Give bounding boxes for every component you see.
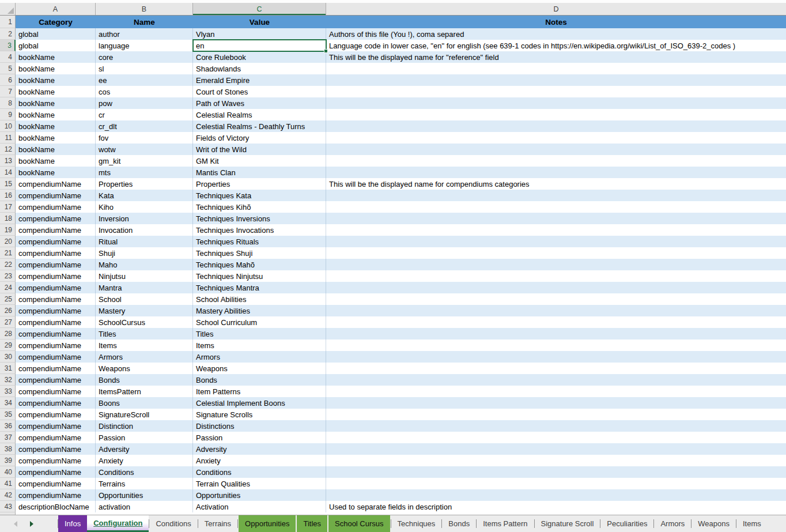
cell[interactable]: sl bbox=[96, 63, 193, 74]
cell[interactable]: Kata bbox=[96, 190, 193, 201]
cell[interactable] bbox=[326, 466, 786, 478]
cell[interactable]: Adversity bbox=[96, 443, 193, 455]
row-header[interactable]: 10 bbox=[0, 120, 16, 132]
row-header[interactable]: 33 bbox=[0, 386, 16, 397]
sheet-tab-signature-scroll[interactable]: Signature Scroll bbox=[535, 515, 600, 532]
sheet-tab-infos[interactable]: Infos bbox=[58, 515, 87, 532]
cell[interactable] bbox=[326, 167, 786, 178]
row-header[interactable]: 37 bbox=[0, 432, 16, 443]
cell[interactable]: Core Rulebook bbox=[193, 51, 326, 63]
cell[interactable]: Mantis Clan bbox=[193, 167, 326, 178]
row-header[interactable]: 23 bbox=[0, 270, 16, 282]
table-column-title[interactable]: Notes bbox=[326, 16, 786, 28]
cell[interactable]: bookName bbox=[16, 144, 96, 155]
cell[interactable]: Techniques Kihõ bbox=[193, 201, 326, 213]
row-header[interactable]: 38 bbox=[0, 443, 16, 455]
cell[interactable]: ItemsPattern bbox=[96, 386, 193, 397]
row-header[interactable]: 20 bbox=[0, 236, 16, 247]
cell[interactable]: This will be the displayed name for comp… bbox=[326, 178, 786, 190]
row-header[interactable]: 8 bbox=[0, 97, 16, 109]
table-column-title[interactable]: Category bbox=[16, 16, 96, 28]
cell[interactable] bbox=[326, 316, 786, 328]
row-header[interactable]: 29 bbox=[0, 339, 16, 351]
cell[interactable]: Fields of Victory bbox=[193, 132, 326, 144]
cell[interactable]: compendiumName bbox=[16, 443, 96, 455]
cell[interactable]: Passion bbox=[193, 432, 326, 443]
cell[interactable]: Celestial Implement Boons bbox=[193, 397, 326, 409]
row-header[interactable]: 42 bbox=[0, 489, 16, 501]
cell[interactable]: compendiumName bbox=[16, 478, 96, 489]
cell[interactable]: Mastery Abilities bbox=[193, 305, 326, 316]
cell[interactable]: Opportunities bbox=[96, 489, 193, 501]
row-header[interactable]: 4 bbox=[0, 51, 16, 63]
cell[interactable] bbox=[326, 328, 786, 339]
column-header-B[interactable]: B bbox=[96, 3, 193, 15]
cell[interactable]: Inversion bbox=[96, 213, 193, 224]
sheet-tab-conditions[interactable]: Conditions bbox=[149, 515, 197, 532]
row-header[interactable]: 7 bbox=[0, 86, 16, 97]
cell[interactable]: compendiumName bbox=[16, 236, 96, 247]
row-header[interactable]: 43 bbox=[0, 501, 16, 512]
cell[interactable]: compendiumName bbox=[16, 282, 96, 293]
row-header[interactable]: 16 bbox=[0, 190, 16, 201]
cell[interactable] bbox=[326, 386, 786, 397]
cell[interactable]: compendiumName bbox=[16, 420, 96, 432]
cell[interactable]: compendiumName bbox=[16, 339, 96, 351]
cell[interactable]: compendiumName bbox=[16, 201, 96, 213]
cell[interactable] bbox=[326, 351, 786, 363]
column-header-D[interactable]: D bbox=[326, 3, 786, 15]
cell[interactable] bbox=[326, 409, 786, 420]
row-header[interactable]: 36 bbox=[0, 420, 16, 432]
row-header[interactable]: 27 bbox=[0, 316, 16, 328]
sheet-tab-titles[interactable]: Titles bbox=[297, 515, 327, 532]
cell[interactable]: SchoolCursus bbox=[96, 316, 193, 328]
sheet-tab-terrains[interactable]: Terrains bbox=[198, 515, 237, 532]
cell[interactable]: compendiumName bbox=[16, 363, 96, 374]
row-header[interactable]: 24 bbox=[0, 282, 16, 293]
cell[interactable]: Techniques Rituals bbox=[193, 236, 326, 247]
cell[interactable]: compendiumName bbox=[16, 305, 96, 316]
cell[interactable]: compendiumName bbox=[16, 409, 96, 420]
cell[interactable]: bookName bbox=[16, 120, 96, 132]
cell[interactable]: global bbox=[16, 28, 96, 40]
row-header[interactable]: 30 bbox=[0, 351, 16, 363]
cell[interactable]: compendiumName bbox=[16, 455, 96, 466]
cell[interactable]: bookName bbox=[16, 74, 96, 86]
cell[interactable]: Armors bbox=[193, 351, 326, 363]
cell[interactable]: bookName bbox=[16, 86, 96, 97]
cell[interactable]: Ninjutsu bbox=[96, 270, 193, 282]
cell[interactable] bbox=[326, 97, 786, 109]
cell[interactable] bbox=[326, 86, 786, 97]
row-header[interactable]: 13 bbox=[0, 155, 16, 167]
cell[interactable] bbox=[326, 478, 786, 489]
cell[interactable]: Bonds bbox=[193, 374, 326, 386]
cell[interactable]: Path of Waves bbox=[193, 97, 326, 109]
cell[interactable]: compendiumName bbox=[16, 466, 96, 478]
cell[interactable]: Items bbox=[96, 339, 193, 351]
cell[interactable] bbox=[326, 432, 786, 443]
cell[interactable]: Boons bbox=[96, 397, 193, 409]
sheet-tab-items-pattern[interactable]: Items Pattern bbox=[477, 515, 534, 532]
row-header[interactable]: 28 bbox=[0, 328, 16, 339]
cell[interactable]: Properties bbox=[193, 178, 326, 190]
cell[interactable] bbox=[326, 455, 786, 466]
row-header[interactable]: 31 bbox=[0, 363, 16, 374]
cell[interactable] bbox=[326, 339, 786, 351]
cell[interactable]: compendiumName bbox=[16, 432, 96, 443]
sheet-tab-opportunities[interactable]: Opportunities bbox=[239, 515, 296, 532]
cell[interactable]: Anxiety bbox=[193, 455, 326, 466]
tab-scroll-left-icon[interactable] bbox=[14, 521, 17, 527]
cell[interactable]: Techniques Shuji bbox=[193, 247, 326, 259]
cell[interactable]: cr_dlt bbox=[96, 120, 193, 132]
row-header[interactable]: 21 bbox=[0, 247, 16, 259]
cell[interactable]: bookName bbox=[16, 63, 96, 74]
sheet-tab-weapons[interactable]: Weapons bbox=[691, 515, 736, 532]
cell[interactable]: Distinctions bbox=[193, 420, 326, 432]
cell[interactable]: Authors of this file (You !), coma separ… bbox=[326, 28, 786, 40]
cell[interactable] bbox=[326, 282, 786, 293]
tab-scroll-right-icon[interactable] bbox=[30, 521, 33, 527]
row-header[interactable]: 3 bbox=[0, 40, 16, 51]
cell[interactable]: SignatureScroll bbox=[96, 409, 193, 420]
cell[interactable]: Properties bbox=[96, 178, 193, 190]
cell[interactable]: bookName bbox=[16, 109, 96, 120]
